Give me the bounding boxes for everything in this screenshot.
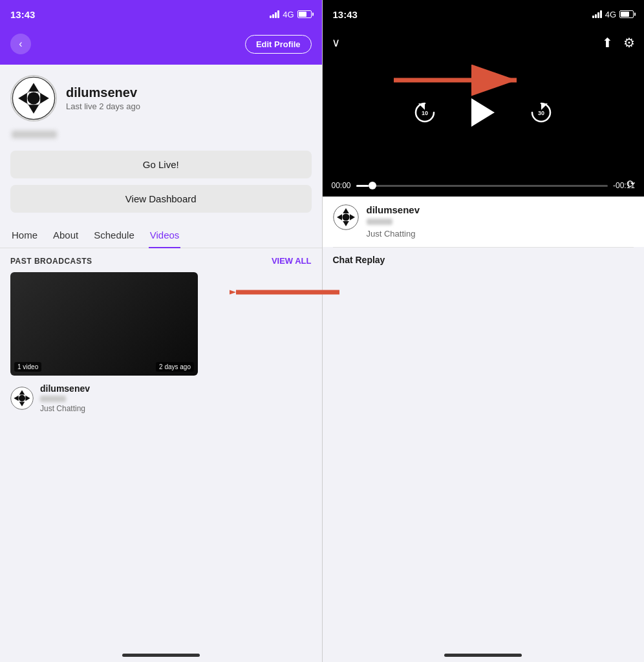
edit-profile-button[interactable]: Edit Profile	[245, 35, 312, 54]
profile-last-live: Last live 2 days ago	[66, 101, 140, 111]
status-time-right: 13:43	[333, 9, 358, 20]
profile-avatar-name: dilumsenev Last live 2 days ago	[10, 75, 312, 122]
video-date-badge: 2 days ago	[156, 362, 194, 372]
stream-avatar	[333, 204, 359, 230]
svg-text:10: 10	[422, 110, 428, 116]
view-all-link[interactable]: VIEW ALL	[272, 256, 312, 266]
nav-tabs: Home About Schedule Videos	[0, 223, 322, 248]
home-indicator-right	[444, 654, 522, 657]
status-icons-left: 4G	[270, 10, 311, 19]
status-time-left: 13:43	[10, 9, 35, 20]
back-button[interactable]: ‹	[10, 34, 31, 54]
video-info-row: dilumsenev Just Chatting	[10, 381, 312, 416]
right-panel: 13:43 4G ∨ ⬆ ⚙	[323, 0, 645, 662]
share-icon[interactable]: ⬆	[602, 35, 613, 50]
signal-bars-right	[592, 10, 602, 18]
progress-thumb	[369, 182, 376, 189]
signal-bars-left	[270, 10, 279, 18]
stream-sub-blur	[367, 219, 392, 225]
chat-replay-section: Chat Replay	[323, 248, 645, 272]
progress-bar[interactable]	[356, 185, 608, 187]
svg-marker-17	[541, 103, 548, 110]
chevron-down-icon[interactable]: ∨	[332, 36, 340, 50]
chat-replay-label: Chat Replay	[333, 255, 385, 265]
video-dark-bg	[10, 272, 198, 376]
thumbnail-overlay: 1 video	[14, 362, 41, 372]
home-indicator-left	[122, 654, 200, 657]
battery-icon-right	[619, 10, 634, 18]
action-buttons: Go Live! View Dashboard	[0, 151, 322, 213]
tab-about[interactable]: About	[52, 223, 80, 248]
avatar	[10, 75, 57, 122]
svg-point-6	[27, 92, 39, 104]
go-live-button[interactable]: Go Live!	[10, 151, 312, 178]
network-type-right: 4G	[605, 10, 616, 19]
video-avatar	[10, 387, 34, 410]
settings-icon[interactable]: ⚙	[623, 35, 635, 50]
profile-username: dilumsenev	[66, 85, 140, 100]
rotate-icon[interactable]: ⟳	[627, 178, 635, 190]
tab-videos[interactable]: Videos	[149, 223, 181, 248]
profile-info: dilumsenev Last live 2 days ago	[0, 65, 322, 148]
arrow-annotation-right	[387, 64, 530, 96]
svg-point-12	[19, 395, 25, 401]
video-count-badge: 1 video	[14, 362, 41, 372]
svg-marker-15	[418, 103, 425, 110]
svg-point-24	[342, 213, 349, 220]
status-bar-left: 13:43 4G	[0, 0, 322, 28]
progress-row: 00:00 -00:11	[332, 181, 636, 190]
followers-count	[10, 131, 312, 140]
player-top-bar: ∨ ⬆ ⚙	[323, 28, 645, 57]
battery-icon-left	[297, 10, 312, 18]
network-type-left: 4G	[283, 10, 294, 19]
video-thumbnail[interactable]: 1 video 2 days ago	[10, 272, 198, 376]
time-current: 00:00	[332, 181, 351, 190]
video-username: dilumsenev	[40, 383, 90, 394]
past-broadcasts-section: PAST BROADCASTS VIEW ALL 1 video 2 days …	[0, 248, 322, 416]
soccer-ball-icon	[12, 76, 56, 120]
skip-back-button[interactable]: 10	[411, 98, 439, 127]
progress-fill	[356, 185, 369, 187]
player-top-right: ⬆ ⚙	[602, 35, 635, 50]
player-bottom: 00:00 -00:11	[323, 181, 645, 197]
past-broadcasts-title: PAST BROADCASTS	[10, 257, 92, 266]
video-meta: dilumsenev Just Chatting	[40, 383, 90, 413]
status-bar-right: 13:43 4G	[323, 0, 645, 28]
status-icons-right: 4G	[592, 10, 634, 19]
view-dashboard-button[interactable]: View Dashboard	[10, 185, 312, 213]
profile-name-block: dilumsenev Last live 2 days ago	[66, 85, 140, 111]
skip-forward-button[interactable]: 30	[527, 98, 555, 127]
video-player: ∨ ⬆ ⚙ 10 30	[323, 28, 645, 197]
svg-text:30: 30	[538, 110, 544, 116]
video-category: Just Chatting	[40, 404, 90, 413]
followers-blur	[12, 131, 57, 138]
bottom-spacer-right	[323, 272, 645, 654]
left-panel: 13:43 4G ‹ Edit Profile	[0, 0, 322, 662]
video-sub-blur	[40, 396, 66, 402]
stream-username: dilumsenev	[367, 204, 420, 215]
section-header: PAST BROADCASTS VIEW ALL	[10, 256, 312, 266]
back-icon: ‹	[19, 38, 22, 50]
play-button[interactable]	[471, 98, 495, 127]
stream-info: dilumsenev Just Chatting	[323, 197, 645, 247]
bottom-spacer	[0, 416, 322, 654]
profile-header: ‹ Edit Profile	[0, 28, 322, 65]
tab-home[interactable]: Home	[10, 223, 39, 248]
tab-schedule[interactable]: Schedule	[92, 223, 136, 248]
stream-meta: dilumsenev Just Chatting	[367, 204, 634, 239]
stream-category: Just Chatting	[367, 229, 416, 239]
